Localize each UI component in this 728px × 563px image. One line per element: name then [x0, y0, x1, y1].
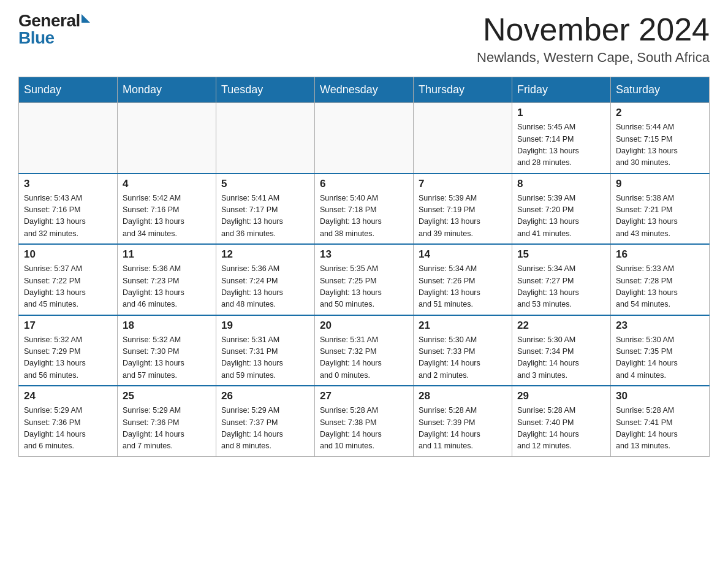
calendar-cell: 1Sunrise: 5:45 AM Sunset: 7:14 PM Daylig… — [512, 103, 611, 174]
col-header-monday: Monday — [118, 77, 216, 103]
calendar-cell — [216, 103, 315, 174]
calendar-cell: 22Sunrise: 5:30 AM Sunset: 7:34 PM Dayli… — [512, 315, 611, 386]
calendar-cell: 29Sunrise: 5:28 AM Sunset: 7:40 PM Dayli… — [512, 386, 611, 456]
day-number: 7 — [419, 178, 507, 190]
day-number: 29 — [517, 390, 605, 402]
calendar-cell: 11Sunrise: 5:36 AM Sunset: 7:23 PM Dayli… — [118, 244, 216, 315]
day-info: Sunrise: 5:28 AM Sunset: 7:39 PM Dayligh… — [419, 405, 507, 453]
day-info: Sunrise: 5:36 AM Sunset: 7:23 PM Dayligh… — [123, 263, 211, 311]
day-info: Sunrise: 5:30 AM Sunset: 7:34 PM Dayligh… — [517, 334, 605, 382]
calendar-cell: 27Sunrise: 5:28 AM Sunset: 7:38 PM Dayli… — [315, 386, 414, 456]
day-info: Sunrise: 5:34 AM Sunset: 7:27 PM Dayligh… — [517, 263, 605, 311]
calendar-cell: 20Sunrise: 5:31 AM Sunset: 7:32 PM Dayli… — [315, 315, 414, 386]
day-number: 26 — [221, 390, 309, 402]
col-header-sunday: Sunday — [19, 77, 118, 103]
day-number: 24 — [24, 390, 112, 402]
day-number: 10 — [24, 248, 112, 261]
day-number: 27 — [320, 390, 408, 402]
day-info: Sunrise: 5:28 AM Sunset: 7:38 PM Dayligh… — [320, 405, 408, 453]
day-info: Sunrise: 5:41 AM Sunset: 7:17 PM Dayligh… — [221, 193, 309, 240]
day-number: 8 — [517, 178, 605, 190]
day-number: 18 — [123, 320, 211, 332]
calendar-cell: 12Sunrise: 5:36 AM Sunset: 7:24 PM Dayli… — [216, 244, 315, 315]
day-number: 22 — [517, 320, 605, 332]
day-info: Sunrise: 5:29 AM Sunset: 7:36 PM Dayligh… — [24, 405, 112, 453]
logo-arrow-icon — [82, 14, 90, 23]
calendar-cell: 18Sunrise: 5:32 AM Sunset: 7:30 PM Dayli… — [118, 315, 216, 386]
calendar-cell: 4Sunrise: 5:42 AM Sunset: 7:16 PM Daylig… — [118, 174, 216, 245]
day-info: Sunrise: 5:32 AM Sunset: 7:30 PM Dayligh… — [123, 334, 211, 382]
day-info: Sunrise: 5:28 AM Sunset: 7:41 PM Dayligh… — [616, 405, 704, 453]
day-number: 9 — [616, 178, 704, 190]
location-title: Newlands, Western Cape, South Africa — [477, 50, 710, 66]
day-info: Sunrise: 5:43 AM Sunset: 7:16 PM Dayligh… — [24, 193, 112, 240]
page-header: General Blue November 2024 Newlands, Wes… — [18, 12, 710, 66]
day-info: Sunrise: 5:42 AM Sunset: 7:16 PM Dayligh… — [123, 193, 211, 240]
month-title: November 2024 — [477, 12, 710, 47]
col-header-thursday: Thursday — [414, 77, 512, 103]
day-number: 4 — [123, 178, 211, 190]
calendar-cell: 7Sunrise: 5:39 AM Sunset: 7:19 PM Daylig… — [414, 174, 512, 245]
calendar-cell: 13Sunrise: 5:35 AM Sunset: 7:25 PM Dayli… — [315, 244, 414, 315]
day-info: Sunrise: 5:31 AM Sunset: 7:31 PM Dayligh… — [221, 334, 309, 382]
calendar-cell — [414, 103, 512, 174]
day-info: Sunrise: 5:39 AM Sunset: 7:20 PM Dayligh… — [517, 193, 605, 240]
day-number: 11 — [123, 248, 211, 261]
day-number: 17 — [24, 320, 112, 332]
day-info: Sunrise: 5:44 AM Sunset: 7:15 PM Dayligh… — [616, 121, 704, 169]
day-number: 12 — [221, 248, 309, 261]
calendar-table: SundayMondayTuesdayWednesdayThursdayFrid… — [18, 77, 710, 457]
title-block: November 2024 Newlands, Western Cape, So… — [477, 12, 710, 66]
calendar-cell: 10Sunrise: 5:37 AM Sunset: 7:22 PM Dayli… — [19, 244, 118, 315]
day-number: 30 — [616, 390, 704, 402]
day-info: Sunrise: 5:45 AM Sunset: 7:14 PM Dayligh… — [517, 121, 605, 169]
calendar-week-row: 10Sunrise: 5:37 AM Sunset: 7:22 PM Dayli… — [19, 244, 710, 315]
day-info: Sunrise: 5:40 AM Sunset: 7:18 PM Dayligh… — [320, 193, 408, 240]
day-info: Sunrise: 5:37 AM Sunset: 7:22 PM Dayligh… — [24, 263, 112, 311]
day-number: 16 — [616, 248, 704, 261]
day-number: 20 — [320, 320, 408, 332]
day-number: 21 — [419, 320, 507, 332]
day-info: Sunrise: 5:36 AM Sunset: 7:24 PM Dayligh… — [221, 263, 309, 311]
col-header-friday: Friday — [512, 77, 611, 103]
day-number: 19 — [221, 320, 309, 332]
calendar-cell: 30Sunrise: 5:28 AM Sunset: 7:41 PM Dayli… — [611, 386, 710, 456]
calendar-cell: 28Sunrise: 5:28 AM Sunset: 7:39 PM Dayli… — [414, 386, 512, 456]
calendar-cell: 6Sunrise: 5:40 AM Sunset: 7:18 PM Daylig… — [315, 174, 414, 245]
day-info: Sunrise: 5:31 AM Sunset: 7:32 PM Dayligh… — [320, 334, 408, 382]
day-number: 13 — [320, 248, 408, 261]
day-info: Sunrise: 5:39 AM Sunset: 7:19 PM Dayligh… — [419, 193, 507, 240]
calendar-cell: 25Sunrise: 5:29 AM Sunset: 7:36 PM Dayli… — [118, 386, 216, 456]
day-info: Sunrise: 5:29 AM Sunset: 7:37 PM Dayligh… — [221, 405, 309, 453]
day-number: 5 — [221, 178, 309, 190]
calendar-cell: 26Sunrise: 5:29 AM Sunset: 7:37 PM Dayli… — [216, 386, 315, 456]
calendar-cell — [118, 103, 216, 174]
calendar-cell: 2Sunrise: 5:44 AM Sunset: 7:15 PM Daylig… — [611, 103, 710, 174]
calendar-cell: 8Sunrise: 5:39 AM Sunset: 7:20 PM Daylig… — [512, 174, 611, 245]
day-number: 28 — [419, 390, 507, 402]
col-header-tuesday: Tuesday — [216, 77, 315, 103]
calendar-week-row: 3Sunrise: 5:43 AM Sunset: 7:16 PM Daylig… — [19, 174, 710, 245]
day-number: 23 — [616, 320, 704, 332]
logo-blue-text: Blue — [18, 29, 55, 47]
calendar-cell: 14Sunrise: 5:34 AM Sunset: 7:26 PM Dayli… — [414, 244, 512, 315]
day-info: Sunrise: 5:29 AM Sunset: 7:36 PM Dayligh… — [123, 405, 211, 453]
calendar-cell: 5Sunrise: 5:41 AM Sunset: 7:17 PM Daylig… — [216, 174, 315, 245]
day-number: 15 — [517, 248, 605, 261]
calendar-cell: 17Sunrise: 5:32 AM Sunset: 7:29 PM Dayli… — [19, 315, 118, 386]
day-info: Sunrise: 5:34 AM Sunset: 7:26 PM Dayligh… — [419, 263, 507, 311]
calendar-cell: 15Sunrise: 5:34 AM Sunset: 7:27 PM Dayli… — [512, 244, 611, 315]
day-info: Sunrise: 5:33 AM Sunset: 7:28 PM Dayligh… — [616, 263, 704, 311]
day-info: Sunrise: 5:30 AM Sunset: 7:35 PM Dayligh… — [616, 334, 704, 382]
calendar-week-row: 17Sunrise: 5:32 AM Sunset: 7:29 PM Dayli… — [19, 315, 710, 386]
day-info: Sunrise: 5:38 AM Sunset: 7:21 PM Dayligh… — [616, 193, 704, 240]
calendar-cell — [315, 103, 414, 174]
logo-general-text: General — [18, 12, 80, 29]
day-number: 14 — [419, 248, 507, 261]
day-number: 3 — [24, 178, 112, 190]
col-header-wednesday: Wednesday — [315, 77, 414, 103]
day-info: Sunrise: 5:30 AM Sunset: 7:33 PM Dayligh… — [419, 334, 507, 382]
calendar-week-row: 24Sunrise: 5:29 AM Sunset: 7:36 PM Dayli… — [19, 386, 710, 456]
day-info: Sunrise: 5:28 AM Sunset: 7:40 PM Dayligh… — [517, 405, 605, 453]
calendar-week-row: 1Sunrise: 5:45 AM Sunset: 7:14 PM Daylig… — [19, 103, 710, 174]
